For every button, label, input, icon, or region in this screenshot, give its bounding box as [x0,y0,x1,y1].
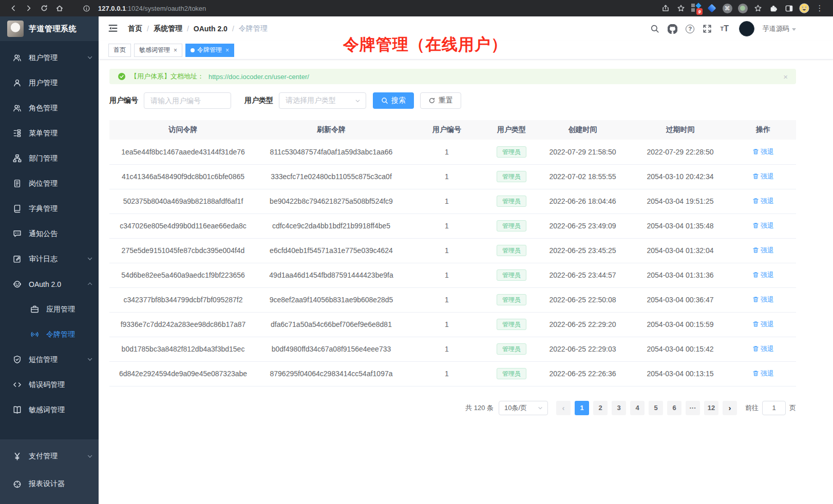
trash-icon [752,148,759,155]
user-menu[interactable]: 芋道源码 [763,24,796,33]
sidebar-item-menu[interactable]: 菜单管理 [0,121,99,146]
user-icon [12,79,22,88]
sidebar-item-errcode[interactable]: 错误码管理 [0,372,99,397]
page-button-2[interactable]: 2 [593,401,608,415]
site-info-icon[interactable] [79,1,93,15]
green-star-extension-icon[interactable] [751,1,765,15]
force-logout-button[interactable]: 强退 [752,320,774,329]
user-avatar[interactable] [739,21,754,36]
menu-icon [12,129,22,138]
collapse-sidebar-icon[interactable] [108,23,119,34]
browser-reload-icon[interactable] [37,1,51,15]
goto-page-input[interactable] [762,401,786,415]
more-pages-button[interactable]: ··· [686,401,700,415]
cell-access-token: f9336e7c7dd242a283ee98dc86b17a87 [109,312,257,337]
browser-menu-icon[interactable]: ⋮ [812,1,827,15]
sidebar-item-dept[interactable]: 部门管理 [0,146,99,171]
force-logout-button[interactable]: 强退 [752,147,774,157]
next-page-button[interactable]: › [723,401,737,415]
cell-refresh-token: cdfc4ce9c2da4bb1bdf21b9918ff4be5 [257,214,406,238]
sidebar-item-notice[interactable]: 通知公告 [0,221,99,246]
fullscreen-icon[interactable] [703,24,712,33]
emoji-avatar-icon[interactable] [797,1,811,15]
browser-back-icon[interactable] [6,1,21,15]
chevron-down-icon [88,453,92,458]
sidebar-item-log[interactable]: 审计日志 [0,246,99,272]
user-id-input[interactable] [144,92,231,109]
address-bar[interactable]: 127.0.0.1:1024/system/oauth2/token [98,5,206,12]
trash-icon [752,247,759,254]
breadcrumb-system[interactable]: 系统管理 [154,24,182,33]
cell-actions: 强退 [730,312,796,337]
force-logout-button[interactable]: 强退 [752,344,774,354]
page-button-12[interactable]: 12 [704,401,718,415]
page-button-4[interactable]: 4 [630,401,645,415]
cell-actions: 强退 [730,214,796,238]
user-type-select[interactable]: 请选择用户类型 [279,92,366,109]
page-button-1[interactable]: 1 [575,401,589,415]
help-icon[interactable]: ? [686,25,694,33]
force-logout-button[interactable]: 强退 [752,295,774,304]
page-button-3[interactable]: 3 [612,401,626,415]
record-extension-icon[interactable] [735,1,750,15]
app-logo-row[interactable]: 芋道管理系统 [0,16,99,41]
bookmark-star-icon[interactable] [674,1,688,15]
tab-home[interactable]: 首页 [108,44,131,57]
sidebar-item-report[interactable]: 报表设计器 [0,470,99,498]
sidebar-item-post[interactable]: 岗位管理 [0,171,99,196]
gem-extension-icon[interactable] [705,1,719,15]
breadcrumb-oauth[interactable]: OAuth 2.0 [194,25,228,33]
browser-home-icon[interactable] [52,1,67,15]
sidebar-item-app[interactable]: 应用管理 [0,297,99,322]
page-size-select[interactable]: 10条/页 [499,401,548,415]
sidebar-item-user[interactable]: 用户管理 [0,70,99,95]
chevron-down-icon [88,55,92,60]
force-logout-button[interactable]: 强退 [752,270,774,280]
page-button-6[interactable]: 6 [667,401,681,415]
sidebar-item-dict[interactable]: 字典管理 [0,196,99,221]
sidebar-panel-icon[interactable] [782,1,796,15]
breadcrumb-home[interactable]: 首页 [128,24,142,33]
github-icon[interactable] [668,24,677,34]
sidebar-item-sms[interactable]: 短信管理 [0,347,99,372]
cell-created-time: 2022-07-29 21:58:50 [535,140,630,164]
user-type-tag: 管理员 [497,196,526,207]
sidebar-item-oauth[interactable]: OAuth 2.0 [0,272,99,297]
user-type-tag: 管理员 [497,319,526,330]
page-button-5[interactable]: 5 [649,401,663,415]
browser-forward-icon[interactable] [22,1,36,15]
user-type-tag: 管理员 [497,171,526,182]
trash-icon [752,370,759,377]
sidebar-item-pay[interactable]: 支付管理 [0,442,99,470]
reset-button[interactable]: 重置 [420,92,461,109]
force-logout-button[interactable]: 强退 [752,197,774,206]
sidebar-item-tenant[interactable]: 租户管理 [0,45,99,70]
puzzle-extension-icon[interactable] [766,1,781,15]
alert-close-icon[interactable]: × [783,72,788,81]
extension-blocks-icon[interactable]: 9 [689,1,704,15]
user-type-tag: 管理员 [497,245,526,256]
tab-sensitive-words[interactable]: 敏感词管理× [134,44,182,57]
alert-text: 【用户体系】文档地址： [130,72,204,81]
close-icon[interactable]: × [225,47,229,53]
doc-link[interactable]: https://doc.iocoder.cn/user-center/ [209,73,309,81]
sidebar-menu-bottom: 支付管理 报表设计器 [0,439,99,504]
close-icon[interactable]: × [174,47,177,53]
search-button[interactable]: 搜索 [373,92,414,109]
sidebar-item-role[interactable]: 角色管理 [0,95,99,121]
force-logout-button[interactable]: 强退 [752,369,774,378]
force-logout-button[interactable]: 强退 [752,221,774,230]
search-icon[interactable] [650,24,659,33]
sidebar-item-sensitive[interactable]: 敏感词管理 [0,397,99,422]
font-size-icon[interactable]: TT [720,25,729,33]
doc-alert: 【用户体系】文档地址： https://doc.iocoder.cn/user-… [109,69,796,84]
sidebar-item-token[interactable]: 令牌管理 [0,322,99,347]
prev-page-button[interactable]: ‹ [556,401,571,415]
share-icon[interactable] [658,1,673,15]
force-logout-button[interactable]: 强退 [752,246,774,255]
tab-token-management[interactable]: 令牌管理× [185,44,234,57]
command-extension-icon[interactable]: ⌘ [720,1,734,15]
cell-actions: 强退 [730,263,796,287]
force-logout-button[interactable]: 强退 [752,172,774,181]
content: 【用户体系】文档地址： https://doc.iocoder.cn/user-… [99,60,833,504]
